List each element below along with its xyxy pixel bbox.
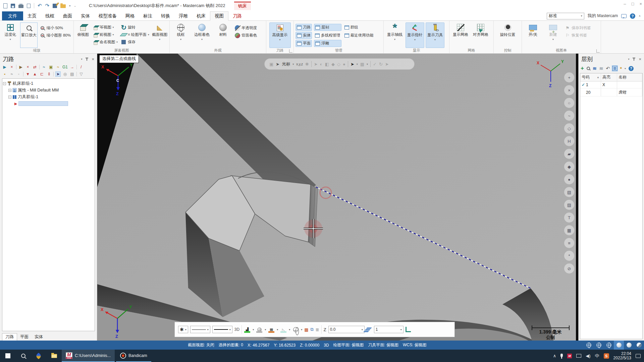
graphics-viewport[interactable]: X Y Z C X Y Z X Y bbox=[97, 54, 578, 341]
close-button[interactable]: × bbox=[639, 1, 642, 6]
rotate-button[interactable]: ↻旋转 bbox=[120, 24, 150, 31]
manage-toggle-层别[interactable]: 层别 bbox=[314, 24, 341, 31]
tab-浮雕[interactable]: 浮雕 bbox=[174, 11, 192, 20]
tab-模型准备[interactable]: 模型准备 bbox=[94, 11, 121, 20]
toolpath-tool-icon[interactable]: ▪ bbox=[2, 72, 7, 76]
gear-icon[interactable]: * bbox=[620, 66, 622, 71]
my-mastercam-link[interactable]: 我的 Mastercam bbox=[588, 13, 618, 19]
dash-settings-icon[interactable]: ≣ bbox=[316, 327, 319, 332]
save-view-button[interactable]: 保存 bbox=[120, 39, 150, 46]
named-view-button[interactable]: 命名视图▾ bbox=[92, 39, 119, 46]
solid-body-icon[interactable]: ◆ bbox=[331, 62, 335, 67]
collapse-ribbon-icon[interactable]: ∧ bbox=[639, 14, 641, 17]
search-icon[interactable] bbox=[587, 67, 590, 70]
toolpath-tool-icon[interactable]: G1 bbox=[62, 65, 68, 69]
toolpath-tool-icon[interactable]: × bbox=[9, 65, 14, 69]
quickmask-solid[interactable]: ◆ bbox=[564, 162, 574, 172]
quickmask-arc[interactable]: ○ bbox=[564, 98, 574, 108]
tree-node-insert-marker[interactable]: ▶ bbox=[3, 100, 94, 107]
viewsheet-toggle-button[interactable]: 开/关 bbox=[524, 22, 542, 48]
toolpath-tool-icon[interactable]: ▼ bbox=[25, 72, 31, 76]
layers-off-icon[interactable]: ≋ bbox=[599, 66, 603, 71]
chevron-down-icon[interactable]: ▾ bbox=[625, 67, 626, 70]
mesh-color-swatch[interactable]: ◺ bbox=[280, 326, 287, 333]
ime-indicator[interactable]: 中 bbox=[595, 353, 599, 359]
panel-menu-icon[interactable]: ▾ bbox=[628, 58, 629, 61]
show-tool-button[interactable]: 显示刀具▾ bbox=[426, 22, 444, 48]
add-level-icon[interactable]: + bbox=[581, 65, 584, 72]
window-select-icon[interactable]: ▩ bbox=[360, 62, 364, 67]
taskbar-search-button[interactable] bbox=[15, 350, 31, 362]
section-view-status[interactable]: 截面视图: 关闭 bbox=[188, 342, 214, 348]
tab-转换[interactable]: 转换 bbox=[157, 11, 174, 20]
line-style-combo[interactable]: ▾ bbox=[190, 326, 210, 333]
select-prev-icon[interactable]: ◐ bbox=[320, 62, 323, 67]
tab-曲面[interactable]: 曲面 bbox=[59, 11, 76, 20]
toolpath-tool-icon[interactable]: ⇕ bbox=[46, 72, 52, 76]
top-view-button[interactable]: 俯视图 bbox=[75, 22, 91, 48]
tab-file[interactable]: 文件 bbox=[2, 11, 23, 20]
copy-attr-icon[interactable]: ⧉ bbox=[311, 327, 314, 332]
style-selector[interactable]: 标准 ▾ bbox=[547, 13, 584, 19]
file-explorer-button[interactable] bbox=[46, 350, 62, 362]
show-pointer-button[interactable]: 显示指针▾ bbox=[406, 22, 424, 48]
level-row[interactable]: 20 虎钳 bbox=[580, 88, 642, 97]
feedback-icon[interactable] bbox=[621, 14, 627, 18]
dialog-launcher-icon[interactable] bbox=[596, 49, 600, 53]
toolpath-tool-icon[interactable]: ➤ bbox=[55, 71, 61, 77]
display-list-icon[interactable] bbox=[612, 66, 617, 71]
level-combo[interactable]: 1▾ bbox=[374, 326, 404, 333]
tab-标注[interactable]: 标注 bbox=[139, 11, 157, 20]
help-icon[interactable]: ? bbox=[630, 13, 635, 19]
qat-customize-icon[interactable]: ⌄ bbox=[74, 4, 76, 7]
attributes-icon[interactable] bbox=[406, 327, 411, 332]
taskbar-paint-app[interactable] bbox=[31, 350, 46, 362]
solid-color-swatch[interactable] bbox=[256, 326, 263, 333]
maximize-button[interactable]: □ bbox=[632, 1, 634, 6]
toolpath-tool-icon[interactable]: ≈ bbox=[9, 72, 14, 76]
quickmask-tool[interactable]: T bbox=[564, 213, 574, 223]
point-style-combo[interactable]: ✱▾ bbox=[178, 326, 188, 333]
toolpath-tool-icon[interactable]: ▽ bbox=[78, 72, 84, 76]
toolpath-tool-icon[interactable]: → bbox=[69, 65, 75, 69]
taskbar-bandicam-window[interactable]: Bandicam bbox=[116, 350, 151, 362]
context-tab-mill[interactable]: 铣床 bbox=[234, 2, 251, 10]
close-icon[interactable]: × bbox=[92, 57, 94, 62]
qat-dropdown-icon[interactable]: ▾ bbox=[69, 4, 70, 7]
solid-face-icon[interactable]: ◧ bbox=[325, 62, 329, 67]
quickmask-line[interactable]: × bbox=[564, 85, 574, 95]
manage-toggle-最近使用功能[interactable]: 最近使用功能 bbox=[343, 32, 375, 39]
levels-table-header[interactable]: 号码▲ 高亮 名称 bbox=[580, 73, 642, 81]
zoom-window-button[interactable]: 窗口放大 bbox=[20, 22, 37, 48]
start-button[interactable] bbox=[0, 350, 15, 362]
tree-node-tool-group[interactable]: − 刀具群组-1 bbox=[3, 94, 94, 100]
copy-icon[interactable] bbox=[27, 4, 31, 8]
quickmask-entity[interactable]: ▨ bbox=[564, 200, 574, 210]
pin-icon[interactable] bbox=[86, 58, 88, 61]
chevron-down-icon[interactable]: ▾ bbox=[292, 63, 294, 66]
toolpath-tool-icon[interactable]: / bbox=[78, 65, 84, 69]
color-grid-icon[interactable]: ▩ bbox=[304, 327, 308, 332]
manage-toggle-平面[interactable]: 平面 bbox=[296, 40, 312, 47]
cursor-mode-label[interactable]: 光标 bbox=[282, 61, 290, 67]
tray-expand-icon[interactable]: ∧ bbox=[553, 353, 556, 358]
gear-icon[interactable]: ✱ bbox=[305, 62, 309, 67]
collapse-icon[interactable]: − bbox=[8, 96, 11, 99]
solid-back-icon[interactable]: ● bbox=[343, 62, 345, 67]
restore-bookmark-button[interactable]: ⚐恢复书签 bbox=[564, 32, 592, 39]
zoom-out-80-button[interactable]: 缩小图形 80% bbox=[39, 32, 72, 39]
front-view-button[interactable]: 前视图▾ bbox=[92, 31, 119, 38]
quickmask-width[interactable]: H bbox=[564, 136, 574, 146]
backside-button[interactable]: 背面着色 bbox=[234, 32, 258, 39]
tplane-status[interactable]: 刀具平面: 俯视图 bbox=[368, 342, 398, 348]
zoom-out-50-button[interactable]: 缩小 50% bbox=[39, 24, 72, 32]
manage-toggle-浮雕[interactable]: 浮雕 bbox=[314, 40, 341, 47]
tab-toolpaths[interactable]: 刀路 bbox=[2, 333, 17, 341]
wcs-status[interactable]: WCS: 俯视图 bbox=[403, 342, 427, 348]
solid-edge-icon[interactable]: ◇ bbox=[337, 62, 340, 67]
quickmask-settings[interactable]: * bbox=[564, 251, 574, 261]
dialog-launcher-icon[interactable] bbox=[289, 49, 292, 53]
network-icon[interactable] bbox=[576, 354, 581, 358]
manage-toggle-刀路[interactable]: 刀路 bbox=[296, 24, 312, 31]
save-icon[interactable] bbox=[11, 4, 15, 8]
